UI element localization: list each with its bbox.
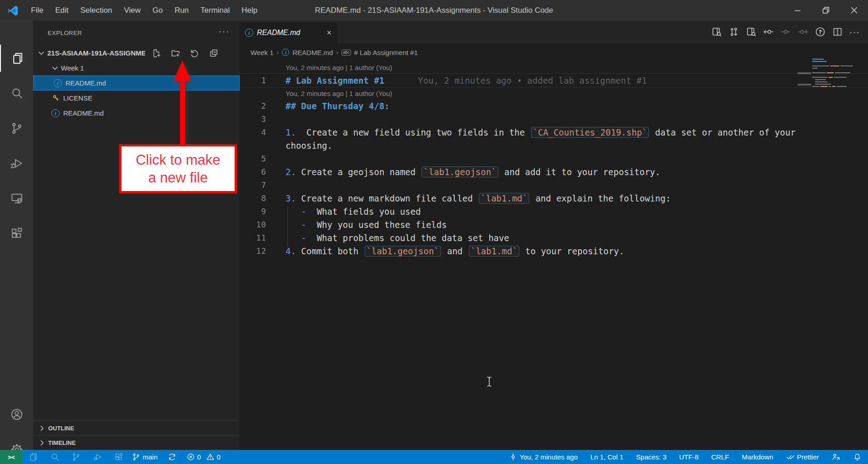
split-editor-icon[interactable] [832,26,843,37]
info-icon: i [51,109,60,117]
notifications-button[interactable] [853,453,862,461]
code-line-8: 8 3. Create a new markdown file called `… [240,192,868,205]
remote-icon: >< [8,454,15,461]
run-debug-icon [93,452,102,462]
minimize-icon[interactable] [783,0,812,20]
explorer-more-actions-icon[interactable]: ··· [219,27,230,36]
feedback-button[interactable] [832,453,840,461]
vscode-logo-icon [7,5,19,16]
breadcrumb: Week 1 › i README.md › abc # Lab Assignm… [240,43,868,61]
activity-bar [0,20,33,450]
eol-sequence[interactable]: CRLF [711,453,729,461]
sync-icon [168,453,176,461]
new-file-icon[interactable] [151,48,161,58]
code-editor[interactable]: You, 2 minutes ago | 1 author (You) 1 # … [240,61,868,450]
commit-disabled-icon [780,26,791,37]
restore-icon[interactable] [812,0,840,20]
breadcrumb-file[interactable]: README.md [292,49,333,56]
code-line-4-wrap: choosing. [240,139,868,152]
tree-root-folder[interactable]: 21S-ASIAAM-191A-ASSIGNME... [33,45,240,61]
source-control-icon [71,452,81,462]
info-icon: i [54,79,62,87]
annotation-callout: Click to make a new file [119,144,237,193]
indentation[interactable]: Spaces: 3 [636,453,667,461]
explorer-header-label: EXPLORER [48,30,82,36]
info-icon: i [282,49,289,56]
code-line-6: 6 2. Create a geojson named `lab1.geojso… [240,165,868,178]
menu-file[interactable]: File [25,0,49,20]
code-line-1: 1 # Lab Assignment #1You, 2 minutes ago … [240,73,868,87]
commit-icon [509,453,517,461]
sync-button[interactable] [168,453,176,461]
remote-indicator[interactable]: >< [0,450,22,464]
codelens[interactable]: You, 2 minutes ago | 1 author (You) [240,87,868,99]
line-number: 12 [240,246,266,256]
open-preview-icon[interactable] [711,26,722,37]
encoding[interactable]: UTF-8 [679,453,699,461]
problems-indicator[interactable]: 0 0 [186,453,221,461]
breadcrumb-symbol[interactable]: # Lab Assignment #1 [354,49,418,56]
code-line-7: 7 [240,178,868,192]
overview-ruler-mark [798,72,811,74]
ghost-activity-icons [29,452,124,462]
minimap[interactable] [812,59,864,88]
branch-indicator[interactable]: main [132,453,158,461]
more-actions-icon[interactable]: ··· [849,27,860,37]
tree-file-readme[interactable]: i README.md [33,106,240,121]
refresh-icon[interactable] [190,48,200,58]
outline-label: OUTLINE [48,425,74,432]
code-line-9: 9 - What fields you used [240,205,868,218]
line-number: 3 [240,114,266,124]
menu-go[interactable]: Go [146,0,169,20]
symbol-string-icon: abc [341,50,351,55]
timeline-section[interactable]: TIMELINE [33,435,240,450]
line-number: 7 [240,180,266,190]
search-icon[interactable] [0,80,33,107]
file-history-icon[interactable] [815,26,826,37]
code-line-10: 10 - Why you used these fields [240,218,868,231]
new-folder-icon[interactable] [171,48,181,58]
remote-explorer-icon[interactable] [0,185,33,212]
line-number: 1 [240,76,266,85]
overview-ruler-mark [798,84,811,86]
tab-readme[interactable]: i README.md × [240,22,337,43]
code-line-2: 2 ## Due Thursday 4/8: [240,99,868,112]
markdown-preview-icon[interactable] [746,26,757,37]
line-number: 11 [240,233,266,242]
menu-selection[interactable]: Selection [75,0,118,20]
previous-change-icon[interactable] [763,26,774,37]
file-label: LICENSE [63,94,92,102]
menu-edit[interactable]: Edit [49,0,74,20]
breadcrumb-folder[interactable]: Week 1 [251,49,274,56]
outline-section[interactable]: OUTLINE [33,420,240,436]
bell-icon [853,453,862,461]
extensions-icon[interactable] [0,220,33,247]
annotation-text: Click to make [135,151,220,169]
gitlens-blame-status[interactable]: You, 2 minutes ago [509,453,578,461]
accounts-icon[interactable] [0,401,33,428]
menu-help[interactable]: Help [236,0,263,20]
tree-file-license[interactable]: LICENSE [33,91,240,106]
codelens[interactable]: You, 2 minutes ago | 1 author (You) [240,61,868,73]
explorer-sidebar: EXPLORER ··· 21S-ASIAAM-191A-ASSIGNME...… [33,20,240,450]
tree-folder-week1[interactable]: Week 1 [33,61,240,76]
source-control-icon[interactable] [0,115,33,142]
language-mode[interactable]: Markdown [742,453,773,461]
cursor-position[interactable]: Ln 1, Col 1 [591,453,624,461]
line-number: 6 [240,167,266,177]
text-cursor-pointer [486,376,492,387]
window-title: README.md - 21S-ASIAAM-191A-Assignments … [315,6,553,15]
menu-run[interactable]: Run [169,0,195,20]
run-debug-icon[interactable] [0,150,33,177]
indent-guide [287,232,288,247]
tree-file-readme-week1[interactable]: i README.md [33,76,240,91]
open-changes-icon[interactable] [728,26,739,37]
close-icon[interactable] [840,0,868,20]
menu-view[interactable]: View [118,0,147,20]
explorer-icon[interactable] [0,45,34,72]
menu-terminal[interactable]: Terminal [195,0,236,20]
tab-close-icon[interactable]: × [326,28,331,38]
git-branch-icon [132,453,140,461]
collapse-all-icon[interactable] [209,48,219,58]
formatter-status[interactable]: Prettier [786,453,819,461]
